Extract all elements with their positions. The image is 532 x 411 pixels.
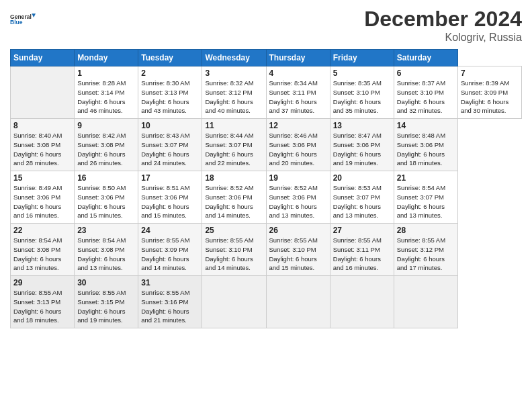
day-info: Sunrise: 8:54 AMSunset: 3:07 PMDaylight:… [397, 183, 455, 220]
day-info: Sunrise: 8:37 AMSunset: 3:10 PMDaylight:… [397, 79, 455, 116]
day-number: 11 [205, 121, 263, 130]
header-row: General Blue December 2024 Kologriv, Rus… [10, 7, 522, 44]
week-row-1: 1Sunrise: 8:28 AMSunset: 3:14 PMDaylight… [11, 66, 522, 119]
day-number: 10 [141, 121, 199, 130]
header-cell-sunday: Sunday [11, 50, 75, 66]
header-cell-wednesday: Wednesday [202, 50, 266, 66]
logo: General Blue [10, 7, 36, 32]
day-info: Sunrise: 8:52 AMSunset: 3:06 PMDaylight:… [205, 183, 263, 220]
day-number: 27 [333, 226, 391, 235]
day-info: Sunrise: 8:35 AMSunset: 3:10 PMDaylight:… [333, 79, 391, 116]
day-info: Sunrise: 8:46 AMSunset: 3:06 PMDaylight:… [269, 131, 327, 168]
day-info: Sunrise: 8:55 AMSunset: 3:12 PMDaylight:… [397, 236, 455, 273]
day-info: Sunrise: 8:51 AMSunset: 3:06 PMDaylight:… [141, 183, 199, 220]
day-info: Sunrise: 8:42 AMSunset: 3:08 PMDaylight:… [77, 131, 135, 168]
day-cell: 13Sunrise: 8:47 AMSunset: 3:06 PMDayligh… [330, 119, 394, 171]
day-number: 23 [77, 226, 135, 235]
day-info: Sunrise: 8:55 AMSunset: 3:10 PMDaylight:… [269, 236, 327, 273]
day-number: 2 [141, 68, 199, 78]
day-info: Sunrise: 8:28 AMSunset: 3:14 PMDaylight:… [77, 79, 135, 116]
day-info: Sunrise: 8:49 AMSunset: 3:06 PMDaylight:… [13, 183, 71, 220]
day-info: Sunrise: 8:43 AMSunset: 3:07 PMDaylight:… [141, 131, 199, 168]
day-info: Sunrise: 8:34 AMSunset: 3:11 PMDaylight:… [269, 79, 327, 116]
week-row-5: 29Sunrise: 8:55 AMSunset: 3:13 PMDayligh… [11, 276, 522, 328]
day-number: 16 [77, 173, 135, 183]
day-cell: 1Sunrise: 8:28 AMSunset: 3:14 PMDaylight… [75, 66, 138, 119]
day-number: 6 [397, 68, 455, 78]
day-info: Sunrise: 8:50 AMSunset: 3:06 PMDaylight:… [77, 183, 135, 220]
day-cell: 7Sunrise: 8:39 AMSunset: 3:09 PMDaylight… [457, 66, 521, 119]
day-cell: 28Sunrise: 8:55 AMSunset: 3:12 PMDayligh… [394, 224, 457, 276]
day-cell: 31Sunrise: 8:55 AMSunset: 3:16 PMDayligh… [138, 276, 202, 328]
day-cell: 29Sunrise: 8:55 AMSunset: 3:13 PMDayligh… [11, 276, 75, 328]
day-number: 19 [269, 173, 327, 183]
day-number: 8 [13, 121, 71, 130]
header-cell-saturday: Saturday [394, 50, 457, 66]
day-number: 25 [205, 226, 263, 235]
location-title: Kologriv, Russia [364, 32, 522, 44]
day-info: Sunrise: 8:44 AMSunset: 3:07 PMDaylight:… [205, 131, 263, 168]
calendar-container: General Blue December 2024 Kologriv, Rus… [0, 0, 532, 335]
day-cell: 18Sunrise: 8:52 AMSunset: 3:06 PMDayligh… [202, 171, 266, 224]
day-cell: 3Sunrise: 8:32 AMSunset: 3:12 PMDaylight… [202, 66, 266, 119]
day-number: 15 [13, 173, 71, 183]
day-info: Sunrise: 8:55 AMSunset: 3:10 PMDaylight:… [205, 236, 263, 273]
day-info: Sunrise: 8:53 AMSunset: 3:07 PMDaylight:… [333, 183, 391, 220]
day-number: 28 [397, 226, 455, 235]
day-number: 9 [77, 121, 135, 130]
day-cell: 19Sunrise: 8:52 AMSunset: 3:06 PMDayligh… [266, 171, 330, 224]
day-cell: 6Sunrise: 8:37 AMSunset: 3:10 PMDaylight… [394, 66, 457, 119]
day-info: Sunrise: 8:52 AMSunset: 3:06 PMDaylight:… [269, 183, 327, 220]
day-number: 13 [333, 121, 391, 130]
day-number: 12 [269, 121, 327, 130]
day-cell: 11Sunrise: 8:44 AMSunset: 3:07 PMDayligh… [202, 119, 266, 171]
day-cell [202, 276, 266, 328]
day-cell: 26Sunrise: 8:55 AMSunset: 3:10 PMDayligh… [266, 224, 330, 276]
day-cell: 4Sunrise: 8:34 AMSunset: 3:11 PMDaylight… [266, 66, 330, 119]
day-number: 18 [205, 173, 263, 183]
day-cell: 10Sunrise: 8:43 AMSunset: 3:07 PMDayligh… [138, 119, 202, 171]
day-number: 26 [269, 226, 327, 235]
day-cell: 9Sunrise: 8:42 AMSunset: 3:08 PMDaylight… [75, 119, 138, 171]
day-info: Sunrise: 8:54 AMSunset: 3:08 PMDaylight:… [77, 236, 135, 273]
header-cell-tuesday: Tuesday [138, 50, 202, 66]
day-cell: 22Sunrise: 8:54 AMSunset: 3:08 PMDayligh… [11, 224, 75, 276]
day-cell: 30Sunrise: 8:55 AMSunset: 3:15 PMDayligh… [75, 276, 138, 328]
day-cell: 21Sunrise: 8:54 AMSunset: 3:07 PMDayligh… [394, 171, 457, 224]
day-cell: 20Sunrise: 8:53 AMSunset: 3:07 PMDayligh… [330, 171, 394, 224]
day-cell: 5Sunrise: 8:35 AMSunset: 3:10 PMDaylight… [330, 66, 394, 119]
day-number: 7 [461, 68, 519, 78]
day-number: 31 [141, 278, 199, 287]
day-number: 14 [397, 121, 455, 130]
day-cell: 16Sunrise: 8:50 AMSunset: 3:06 PMDayligh… [75, 171, 138, 224]
day-cell [330, 276, 394, 328]
day-info: Sunrise: 8:54 AMSunset: 3:08 PMDaylight:… [13, 236, 71, 273]
week-row-3: 15Sunrise: 8:49 AMSunset: 3:06 PMDayligh… [11, 171, 522, 224]
header-row-table: SundayMondayTuesdayWednesdayThursdayFrid… [11, 50, 522, 66]
day-cell [266, 276, 330, 328]
day-cell: 14Sunrise: 8:48 AMSunset: 3:06 PMDayligh… [394, 119, 457, 171]
week-row-2: 8Sunrise: 8:40 AMSunset: 3:08 PMDaylight… [11, 119, 522, 171]
month-title: December 2024 [364, 7, 522, 32]
day-cell: 12Sunrise: 8:46 AMSunset: 3:06 PMDayligh… [266, 119, 330, 171]
day-number: 5 [333, 68, 391, 78]
logo-svg: General Blue [10, 7, 36, 32]
day-number: 20 [333, 173, 391, 183]
day-info: Sunrise: 8:55 AMSunset: 3:11 PMDaylight:… [333, 236, 391, 273]
day-info: Sunrise: 8:55 AMSunset: 3:09 PMDaylight:… [141, 236, 199, 273]
day-cell: 15Sunrise: 8:49 AMSunset: 3:06 PMDayligh… [11, 171, 75, 224]
day-info: Sunrise: 8:47 AMSunset: 3:06 PMDaylight:… [333, 131, 391, 168]
day-number: 4 [269, 68, 327, 78]
header-cell-friday: Friday [330, 50, 394, 66]
day-info: Sunrise: 8:55 AMSunset: 3:16 PMDaylight:… [141, 288, 199, 325]
day-info: Sunrise: 8:32 AMSunset: 3:12 PMDaylight:… [205, 79, 263, 116]
day-cell: 24Sunrise: 8:55 AMSunset: 3:09 PMDayligh… [138, 224, 202, 276]
day-number: 3 [205, 68, 263, 78]
day-number: 21 [397, 173, 455, 183]
day-number: 24 [141, 226, 199, 235]
day-cell: 17Sunrise: 8:51 AMSunset: 3:06 PMDayligh… [138, 171, 202, 224]
day-cell: 23Sunrise: 8:54 AMSunset: 3:08 PMDayligh… [75, 224, 138, 276]
day-info: Sunrise: 8:55 AMSunset: 3:15 PMDaylight:… [77, 288, 135, 325]
day-number: 1 [77, 68, 135, 78]
day-cell: 27Sunrise: 8:55 AMSunset: 3:11 PMDayligh… [330, 224, 394, 276]
